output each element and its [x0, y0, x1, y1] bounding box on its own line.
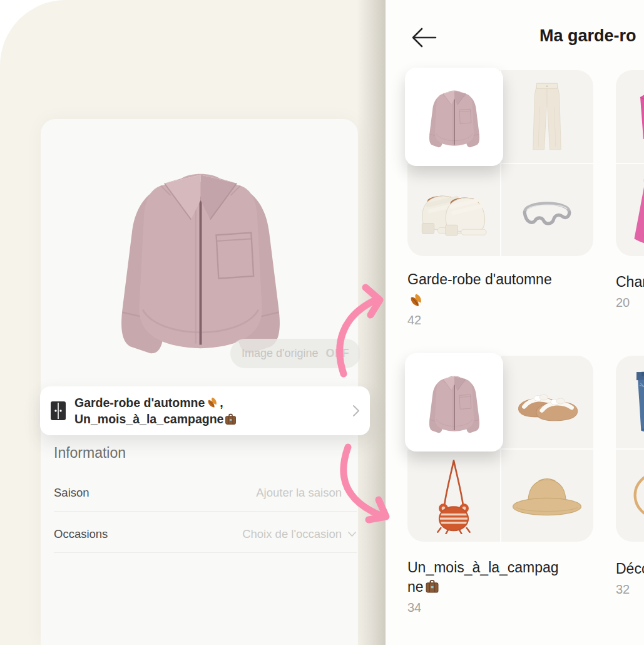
collection-count: 42 — [407, 313, 590, 328]
crab-bag-thumb — [407, 450, 500, 542]
chevron-down-icon — [347, 531, 357, 537]
app-screen: Image d'origine OFF Garde-robe d'automne… — [0, 0, 644, 645]
page-title: Ma garde-ro — [539, 26, 636, 46]
autumn-leaf-emoji-icon — [205, 396, 219, 410]
form-row-occasions: Occasions Choix de l'occasion — [54, 524, 357, 545]
back-arrow-icon — [409, 25, 438, 50]
collections-pill-button[interactable]: Garde-robe d'automne, Un_mois_à_la_campa… — [40, 386, 370, 435]
collection-preview-grid — [616, 356, 644, 542]
white-sandals-thumb — [501, 356, 594, 448]
collection-label-deco: Déco 32 — [616, 559, 644, 597]
pill-collection-1: Garde-robe d'automne — [74, 396, 205, 410]
collection-label-campagne: Un_mois_à_la_campagne 34 — [407, 558, 563, 615]
denim-skirt-thumb — [616, 356, 644, 448]
divider — [54, 552, 357, 553]
saison-label: Saison — [54, 486, 89, 500]
collection-name: Déco — [616, 559, 644, 579]
pink-skirt-thumb — [616, 164, 644, 257]
white-heels-thumb — [407, 164, 500, 257]
chevron-up-icon — [347, 490, 357, 496]
collection-name: Un_mois_à_la_campagne — [407, 558, 563, 597]
saison-dropdown[interactable]: Ajouter la saison — [256, 486, 357, 500]
pill-separator: , — [220, 396, 223, 410]
original-image-toggle[interactable]: Image d'origine OFF — [230, 339, 360, 368]
information-section-title: Information — [54, 445, 126, 462]
collection-card-automne[interactable] — [407, 70, 593, 256]
gold-hoops-thumb — [616, 450, 644, 542]
straw-hat-thumb — [501, 450, 594, 542]
occasions-dropdown[interactable]: Choix de l'occasion — [242, 527, 357, 541]
pink-top-thumb — [616, 70, 644, 163]
form-row-saison: Saison Ajouter la saison — [54, 482, 357, 503]
divider — [54, 511, 357, 512]
wardrobe-icon — [50, 401, 66, 421]
pink-shirt-thumb-highlighted — [405, 353, 503, 452]
wardrobe-panel: Ma garde-ro — [386, 0, 644, 645]
cream-pants-thumb — [501, 70, 594, 163]
pill-collection-2: Un_mois_à_la_campagne — [74, 412, 223, 426]
collection-card-deco[interactable] — [616, 356, 644, 542]
collection-count: 32 — [616, 582, 644, 597]
original-image-label: Image d'origine — [242, 347, 319, 360]
chevron-right-icon — [352, 405, 360, 417]
autumn-leaf-emoji-icon — [407, 292, 590, 309]
collection-name: Garde-robe d'automne — [407, 270, 590, 289]
collection-count: 34 — [407, 601, 563, 615]
saison-placeholder: Ajouter la saison — [256, 486, 342, 500]
collection-label-automne: Garde-robe d'automne 42 — [407, 270, 590, 328]
occasions-label: Occasions — [54, 527, 108, 541]
collection-count: 20 — [616, 296, 644, 310]
panel-edge-shadow — [357, 0, 386, 645]
pink-shirt-thumb-highlighted — [405, 68, 503, 166]
collection-label-chan: Chan 20 — [616, 272, 644, 310]
toggle-state: OFF — [326, 347, 350, 360]
collection-card-chan[interactable] — [616, 70, 644, 256]
collection-name: Chan — [616, 272, 644, 292]
collection-card-campagne[interactable] — [407, 356, 593, 542]
occasions-placeholder: Choix de l'occasion — [242, 527, 342, 541]
luggage-emoji-icon — [224, 413, 237, 426]
silver-ring-thumb — [501, 164, 594, 257]
collection-preview-grid — [616, 70, 644, 256]
luggage-emoji-icon — [424, 579, 440, 594]
back-button[interactable] — [409, 25, 438, 50]
pill-label: Garde-robe d'automne, Un_mois_à_la_campa… — [74, 395, 344, 427]
